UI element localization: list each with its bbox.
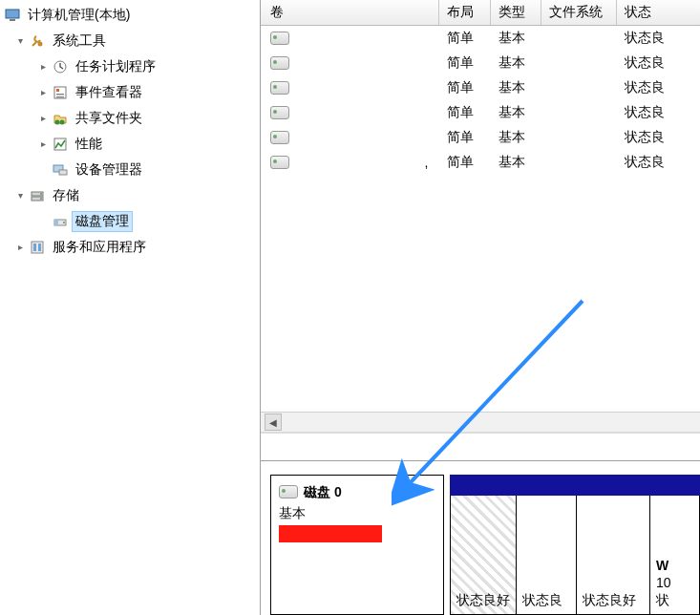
disk-kind: 基本	[279, 502, 435, 523]
col-status[interactable]: 状态	[617, 0, 700, 25]
storage-icon	[29, 187, 46, 204]
tree-root[interactable]: 计算机管理(本地)	[0, 2, 260, 28]
col-filesystem[interactable]: 文件系统	[541, 0, 617, 25]
tree-root-label: 计算机管理(本地)	[25, 6, 133, 25]
svg-point-16	[40, 198, 42, 200]
svg-rect-21	[33, 244, 36, 251]
layout-cell: 简单	[439, 79, 490, 96]
horizontal-scrollbar[interactable]: ◀	[261, 412, 700, 432]
volume-row[interactable]: 简单基本状态良	[261, 125, 700, 150]
tree-item-label: 磁盘管理	[73, 212, 132, 231]
partition[interactable]: 状态良	[517, 496, 577, 615]
tree-item-label: 存储	[50, 186, 82, 205]
content-pane: 卷 布局 类型 文件系统 状态 简单基本状态良简单基本状态良简单基本状态良简单基…	[261, 0, 700, 615]
volume-list-body[interactable]: 简单基本状态良简单基本状态良简单基本状态良简单基本状态良简单基本状态良,简单基本…	[261, 26, 700, 412]
tree-item-device-manager[interactable]: 设备管理器	[0, 157, 260, 182]
pane-splitter[interactable]	[261, 432, 700, 460]
expand-icon[interactable]: ▸	[36, 86, 50, 99]
svg-rect-7	[56, 96, 64, 98]
scroll-left-button[interactable]: ◀	[265, 414, 282, 431]
partition-status: 状态良好	[583, 591, 644, 608]
expand-icon[interactable]: ▸	[13, 241, 27, 254]
event-viewer-icon	[52, 84, 69, 101]
tree-item-system-tools[interactable]: ▾ 系统工具	[0, 28, 260, 53]
spacer	[36, 163, 50, 177]
disk-management-icon	[52, 213, 69, 230]
tree-item-performance[interactable]: ▸ 性能	[0, 131, 260, 157]
svg-rect-1	[10, 19, 15, 21]
svg-point-8	[55, 119, 60, 124]
collapse-icon[interactable]: ▾	[13, 189, 27, 202]
partition-status: 状	[656, 591, 693, 608]
tree-item-label: 设备管理器	[73, 160, 145, 180]
svg-rect-20	[32, 242, 43, 253]
layout-cell: 简单	[439, 104, 490, 121]
services-icon	[29, 239, 46, 256]
col-layout[interactable]: 布局	[439, 0, 490, 25]
type-cell: 基本	[491, 154, 541, 171]
volume-cell	[261, 106, 439, 119]
tree-item-disk-management[interactable]: 磁盘管理	[0, 208, 260, 234]
redacted-status	[279, 548, 325, 565]
tree-item-storage[interactable]: ▾ 存储	[0, 182, 260, 208]
partition[interactable]: 状态良好	[450, 496, 517, 615]
tree-item-shared-folders[interactable]: ▸ 共享文件夹	[0, 105, 260, 131]
disk-info-box[interactable]: 磁盘 0 基本	[270, 475, 444, 615]
status-cell: 状态良	[617, 79, 700, 96]
computer-icon	[4, 7, 21, 24]
tree-item-services-apps[interactable]: ▸ 服务和应用程序	[0, 234, 260, 260]
svg-rect-22	[38, 244, 41, 251]
partition[interactable]: 状态良好	[577, 496, 650, 615]
volume-list-header[interactable]: 卷 布局 类型 文件系统 状态	[261, 0, 700, 26]
disk-title: 磁盘 0	[304, 481, 342, 502]
collapse-icon[interactable]: ▾	[13, 34, 27, 48]
status-cell: 状态良	[617, 30, 700, 47]
volume-cell	[261, 32, 439, 45]
volume-cell	[261, 131, 439, 144]
partition-status: 状态良好	[456, 591, 510, 608]
volume-row[interactable]: 简单基本状态良	[261, 100, 700, 125]
partitions-titlebar	[450, 475, 700, 496]
volume-cell: ,	[261, 155, 439, 170]
svg-rect-5	[56, 89, 59, 92]
volume-icon	[270, 81, 289, 95]
svg-rect-18	[54, 220, 58, 225]
status-cell: 状态良	[617, 129, 700, 146]
volume-row[interactable]: 简单基本状态良	[261, 75, 700, 100]
expand-icon[interactable]: ▸	[36, 112, 50, 125]
type-cell: 基本	[491, 104, 541, 121]
type-cell: 基本	[491, 54, 541, 72]
partition[interactable]: W10状	[650, 496, 700, 615]
volume-cell	[261, 81, 439, 95]
expand-icon[interactable]: ▸	[36, 138, 50, 151]
expand-icon[interactable]: ▸	[36, 60, 50, 74]
svg-point-2	[38, 41, 43, 46]
volume-row[interactable]: 简单基本状态良	[261, 26, 700, 51]
col-type[interactable]: 类型	[491, 0, 541, 25]
tree-item-label: 共享文件夹	[73, 109, 145, 128]
device-manager-icon	[52, 161, 69, 179]
clock-icon	[52, 58, 69, 75]
layout-cell: 简单	[439, 30, 490, 47]
tree-item-label: 系统工具	[50, 32, 109, 51]
volume-list[interactable]: 卷 布局 类型 文件系统 状态 简单基本状态良简单基本状态良简单基本状态良简单基…	[261, 0, 700, 432]
volume-row[interactable]: 简单基本状态良	[261, 51, 700, 75]
svg-point-15	[40, 193, 42, 195]
volume-icon	[270, 131, 289, 144]
partition-sublabel: 10	[656, 574, 693, 591]
svg-rect-12	[59, 170, 67, 175]
layout-cell: 简单	[439, 54, 490, 72]
svg-rect-0	[6, 10, 19, 18]
tree-item-task-scheduler[interactable]: ▸ 任务计划程序	[0, 53, 260, 79]
tree-item-label: 服务和应用程序	[50, 238, 149, 257]
svg-point-19	[63, 222, 65, 223]
shared-folder-icon	[52, 110, 69, 127]
partition-label: W	[656, 557, 693, 574]
navigation-tree[interactable]: 计算机管理(本地) ▾ 系统工具 ▸ 任务计划程序 ▸ 事件查看器 ▸	[0, 0, 261, 615]
volume-row[interactable]: ,简单基本状态良	[261, 150, 700, 175]
col-volume[interactable]: 卷	[261, 0, 439, 25]
tree-item-event-viewer[interactable]: ▸ 事件查看器	[0, 79, 260, 105]
status-cell: 状态良	[617, 54, 700, 72]
disk-layout-area: 磁盘 0 基本 状态良好状态良状态良好W10状	[261, 460, 700, 615]
partition-status: 状态良	[522, 591, 570, 608]
